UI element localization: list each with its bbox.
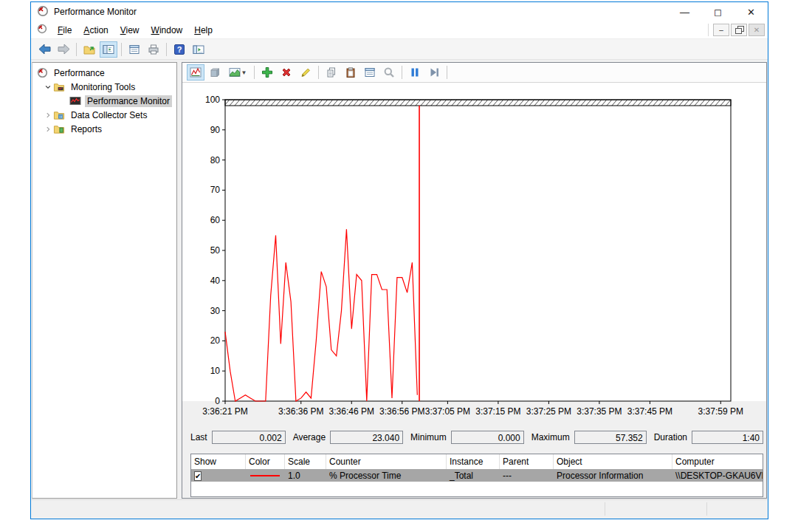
column-header-scale[interactable]: Scale <box>285 454 326 469</box>
mdi-restore-button[interactable] <box>731 24 747 36</box>
svg-text:3:37:35 PM: 3:37:35 PM <box>577 406 622 417</box>
status-separator <box>706 502 707 516</box>
column-header-parent[interactable]: Parent <box>500 454 554 469</box>
add-counter-button[interactable] <box>258 64 276 81</box>
menu-action[interactable]: Action <box>78 23 114 38</box>
graph-type-icon <box>229 66 241 78</box>
highlight-button[interactable] <box>297 64 314 81</box>
view-log-data-button[interactable] <box>206 64 224 81</box>
svg-text:3:37:15 PM: 3:37:15 PM <box>475 406 520 417</box>
svg-text:90: 90 <box>210 125 221 135</box>
show-checkbox[interactable]: ✔ <box>194 471 202 481</box>
highlight-pen-icon <box>300 66 312 78</box>
paste-counter-list-button[interactable] <box>342 64 359 81</box>
chart-properties-button[interactable] <box>361 64 379 81</box>
console-tree-icon <box>103 44 114 55</box>
export-list-button[interactable] <box>80 41 98 58</box>
column-header-instance[interactable]: Instance <box>447 454 500 469</box>
status-separator <box>605 502 605 516</box>
chevron-down-icon[interactable] <box>43 83 53 91</box>
delete-icon <box>281 66 292 78</box>
column-header-object[interactable]: Object <box>554 454 672 469</box>
svg-text:3:37:45 PM: 3:37:45 PM <box>627 406 672 417</box>
export-list-icon <box>83 44 95 55</box>
tree-item-monitoring-tools[interactable]: Monitoring Tools <box>32 80 176 94</box>
menu-file[interactable]: File <box>52 23 78 38</box>
tree-item-reports[interactable]: Reports <box>32 122 176 136</box>
magnifier-icon <box>383 66 395 78</box>
last-value: 0.002 <box>212 431 286 444</box>
maximize-button[interactable]: ◻ <box>701 2 734 21</box>
monitoring-tools-folder-icon <box>53 81 65 92</box>
app-icon <box>37 5 49 19</box>
performance-monitor-icon <box>69 96 81 106</box>
tree-label: Data Collector Sets <box>69 109 149 121</box>
menu-help[interactable]: Help <box>188 23 219 38</box>
column-header-counter[interactable]: Counter <box>326 454 447 469</box>
show-console-tree-button[interactable] <box>100 41 117 58</box>
counter-cell: % Processor Time <box>326 471 447 481</box>
print-icon <box>148 44 159 55</box>
svg-text:50: 50 <box>210 245 221 256</box>
copy-properties-button[interactable] <box>323 64 340 81</box>
svg-text:3:36:21 PM: 3:36:21 PM <box>202 406 247 417</box>
delete-counter-button[interactable] <box>278 64 295 81</box>
tree-item-data-collector-sets[interactable]: Data Collector Sets <box>32 108 176 122</box>
tree-item-performance[interactable]: Performance <box>32 66 176 80</box>
change-graph-type-button[interactable]: ▼ <box>225 64 250 81</box>
svg-text:100: 100 <box>205 95 220 105</box>
main-toolbar: ? <box>31 39 768 60</box>
new-window-icon <box>193 44 204 55</box>
new-window-button[interactable] <box>190 41 207 58</box>
svg-text:?: ? <box>177 45 182 54</box>
svg-text:3:37:25 PM: 3:37:25 PM <box>526 406 571 417</box>
tree-label: Monitoring Tools <box>69 81 137 93</box>
counter-row[interactable]: ✔ 1.0 % Processor Time _Total --- Proces… <box>191 469 763 482</box>
column-header-computer[interactable]: Computer <box>672 454 763 469</box>
print-button[interactable] <box>145 41 162 58</box>
properties-button[interactable] <box>125 41 143 58</box>
restore-icon <box>736 27 742 33</box>
menu-window[interactable]: Window <box>145 23 189 38</box>
mdi-minimize-button[interactable]: – <box>713 24 729 36</box>
view-current-activity-button[interactable] <box>187 64 204 81</box>
update-data-button[interactable] <box>425 64 443 81</box>
menu-bar: File Action View Window Help – ✕ <box>31 21 768 39</box>
window-title: Performance Monitor <box>54 7 137 17</box>
value-bar: Last 0.002 Average 23.040 Minimum 0.000 … <box>190 430 763 445</box>
close-button[interactable]: ✕ <box>734 2 768 21</box>
legend-header: Show Color Scale Counter Instance Parent… <box>191 454 763 469</box>
chevron-right-icon[interactable] <box>43 112 53 119</box>
help-button[interactable]: ? <box>171 41 188 58</box>
freeze-display-button[interactable] <box>406 64 424 81</box>
column-header-color[interactable]: Color <box>246 454 285 469</box>
performance-root-icon <box>37 67 48 78</box>
duration-label: Duration <box>654 432 687 442</box>
title-bar: Performance Monitor — ◻ ✕ <box>31 2 768 21</box>
tree-label: Performance <box>52 67 107 79</box>
chevron-right-icon[interactable] <box>43 126 53 133</box>
paste-icon <box>345 66 357 78</box>
column-header-show[interactable]: Show <box>191 454 246 469</box>
tree-item-performance-monitor[interactable]: Performance Monitor <box>32 94 176 108</box>
mdi-close-button[interactable]: ✕ <box>749 24 765 36</box>
svg-text:30: 30 <box>210 306 221 316</box>
data-collector-sets-folder-icon <box>53 109 65 120</box>
minimize-button[interactable]: — <box>668 2 701 21</box>
forward-button[interactable] <box>55 41 72 58</box>
toolbar-separator <box>166 43 167 56</box>
svg-text:10: 10 <box>210 366 221 376</box>
svg-text:0: 0 <box>215 396 220 406</box>
svg-text:3:37:59 PM: 3:37:59 PM <box>698 406 743 417</box>
step-forward-icon <box>428 66 440 78</box>
zoom-button[interactable] <box>380 64 398 81</box>
performance-monitor-pane: ▼ <box>182 62 767 499</box>
toolbar-separator <box>447 66 447 79</box>
maximum-label: Maximum <box>531 432 570 442</box>
average-value: 23.040 <box>330 431 403 444</box>
back-button[interactable] <box>35 41 53 58</box>
forward-arrow-icon <box>58 44 70 55</box>
average-label: Average <box>293 432 326 442</box>
menu-view[interactable]: View <box>114 23 145 38</box>
svg-text:3:36:56 PM: 3:36:56 PM <box>379 406 424 417</box>
